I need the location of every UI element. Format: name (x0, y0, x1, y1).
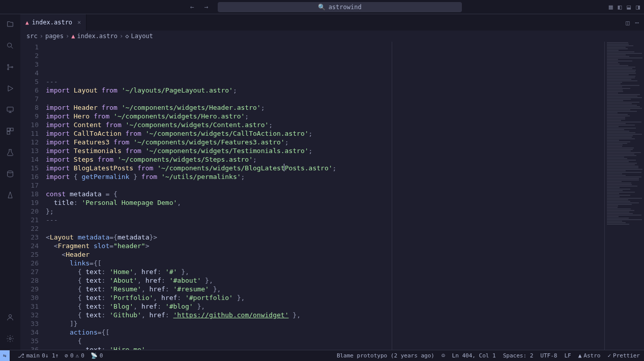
line-number[interactable]: 12 (20, 138, 39, 146)
code-line[interactable]: title: 'Personal Homepage Demo', (46, 198, 604, 207)
line-number[interactable]: 19 (20, 198, 39, 207)
line-number[interactable]: 18 (20, 190, 39, 198)
nav-back-icon[interactable]: ← (187, 2, 197, 12)
line-gutter[interactable]: 1234567891011121314151617181920212223242… (20, 42, 46, 350)
run-debug-icon[interactable] (4, 82, 16, 95)
breadcrumb[interactable]: src › pages › ▲ index.astro › ◇ Layout (20, 31, 644, 42)
code-line[interactable]: { text: 'Github', href: 'https://github.… (46, 311, 604, 319)
line-number[interactable]: 30 (20, 293, 39, 302)
code-line[interactable]: import { getPermalink } from '~/utils/pe… (46, 172, 604, 181)
line-number[interactable]: 14 (20, 155, 39, 164)
testing-icon[interactable] (4, 146, 16, 159)
panel-right-icon[interactable]: ◨ (636, 3, 640, 11)
code-line[interactable]: { text: 'Blog', href: '#blog' }, (46, 302, 604, 311)
line-number[interactable]: 17 (20, 181, 39, 190)
code-line[interactable]: ]} (46, 319, 604, 328)
line-number[interactable]: 10 (20, 121, 39, 129)
encoding[interactable]: UTF-8 (540, 352, 557, 359)
panel-bottom-icon[interactable]: ⬓ (627, 3, 631, 11)
settings-icon[interactable] (4, 333, 16, 345)
eol[interactable]: LF (564, 352, 571, 359)
code-line[interactable]: const metadata = { (46, 190, 604, 198)
line-number[interactable]: 6 (20, 86, 39, 95)
code-line[interactable] (46, 95, 604, 103)
line-number[interactable]: 9 (20, 112, 39, 121)
code-line[interactable]: import Steps from '~/components/widgets/… (46, 155, 604, 164)
code-line[interactable]: --- (46, 216, 604, 224)
ports[interactable]: 📡0 (91, 352, 103, 359)
account-icon[interactable] (4, 311, 16, 323)
git-blame[interactable]: Blame prototypo (2 years ago) (337, 352, 434, 359)
code-line[interactable]: <Header (46, 250, 604, 259)
tab-index-astro[interactable]: ▲ index.astro × (20, 14, 86, 31)
code-line[interactable]: { text: 'Portfolio', href: '#portfolio' … (46, 293, 604, 302)
code-line[interactable]: <Fragment slot="header"> (46, 242, 604, 250)
more-actions-icon[interactable]: ⋯ (635, 19, 639, 26)
code-line[interactable]: links={[ (46, 259, 604, 267)
code-line[interactable]: text: 'Hire me', (46, 345, 604, 350)
code-line[interactable]: <Layout metadata={metadata}> (46, 233, 604, 242)
line-number[interactable]: 2 (20, 51, 39, 60)
code-line[interactable]: import Features3 from '~/components/widg… (46, 138, 604, 146)
indentation[interactable]: Spaces: 2 (503, 352, 534, 359)
line-number[interactable]: 31 (20, 302, 39, 311)
code-line[interactable] (46, 224, 604, 233)
breadcrumb-part[interactable]: src (26, 33, 38, 40)
line-number[interactable]: 21 (20, 216, 39, 224)
prettier-status[interactable]: ✓Prettier (607, 352, 640, 359)
line-number[interactable]: 8 (20, 103, 39, 112)
minimap[interactable] (604, 42, 644, 350)
line-number[interactable]: 5 (20, 77, 39, 86)
line-number[interactable]: 11 (20, 129, 39, 138)
code-line[interactable]: import Layout from '~/layouts/PageLayout… (46, 86, 604, 95)
git-branch[interactable]: ⎇ main 0↓ 1↑ (18, 352, 59, 359)
line-number[interactable]: 24 (20, 242, 39, 250)
line-number[interactable]: 27 (20, 267, 39, 276)
feedback-icon[interactable]: ☺ (442, 352, 445, 359)
line-number[interactable]: 35 (20, 337, 39, 345)
command-center[interactable]: 🔍 astrowind (218, 2, 462, 12)
line-number[interactable]: 36 (20, 345, 39, 350)
line-number[interactable]: 28 (20, 276, 39, 285)
breadcrumb-part[interactable]: Layout (131, 33, 153, 40)
source-control-icon[interactable] (4, 61, 16, 73)
line-number[interactable]: 23 (20, 233, 39, 242)
database-icon[interactable] (4, 168, 16, 180)
line-number[interactable]: 25 (20, 250, 39, 259)
breadcrumb-part[interactable]: index.astro (77, 33, 118, 40)
problems[interactable]: ⊘0 ⚠0 (65, 352, 84, 359)
line-number[interactable]: 20 (20, 207, 39, 216)
code-line[interactable]: import Hero from '~/components/widgets/H… (46, 112, 604, 121)
split-editor-icon[interactable]: ◫ (626, 19, 630, 26)
line-number[interactable]: 22 (20, 224, 39, 233)
code-line[interactable]: { text: 'Resume', href: '#resume' }, (46, 285, 604, 293)
line-number[interactable]: 1 (20, 43, 39, 51)
code-line[interactable]: import Testimonials from '~/components/w… (46, 146, 604, 155)
line-number[interactable]: 13 (20, 146, 39, 155)
line-number[interactable]: 7 (20, 95, 39, 103)
line-number[interactable]: 29 (20, 285, 39, 293)
line-number[interactable]: 32 (20, 311, 39, 319)
panel-left-icon[interactable]: ◧ (618, 3, 622, 11)
code-line[interactable]: import Header from '~/components/widgets… (46, 103, 604, 112)
close-icon[interactable]: × (77, 19, 81, 26)
code-line[interactable]: { text: 'Home', href: '#' }, (46, 267, 604, 276)
line-number[interactable]: 3 (20, 60, 39, 69)
remote-explorer-icon[interactable] (4, 104, 16, 116)
cursor-position[interactable]: Ln 404, Col 1 (452, 352, 496, 359)
line-number[interactable]: 4 (20, 69, 39, 77)
code-line[interactable]: actions={[ (46, 328, 604, 337)
language-mode[interactable]: ▲Astro (578, 352, 601, 359)
code-editor[interactable]: ---import Layout from '~/layouts/PageLay… (46, 42, 604, 350)
remote-indicator[interactable]: ⇋ (0, 350, 10, 362)
layout-grid-icon[interactable]: ▦ (609, 3, 613, 11)
line-number[interactable]: 15 (20, 164, 39, 172)
code-line[interactable]: { (46, 337, 604, 345)
code-line[interactable]: { text: 'About', href: '#about' }, (46, 276, 604, 285)
line-number[interactable]: 16 (20, 172, 39, 181)
line-number[interactable]: 26 (20, 259, 39, 267)
breadcrumb-part[interactable]: pages (45, 33, 64, 40)
code-line[interactable]: --- (46, 77, 604, 86)
astro-icon[interactable] (4, 189, 16, 201)
line-number[interactable]: 33 (20, 319, 39, 328)
